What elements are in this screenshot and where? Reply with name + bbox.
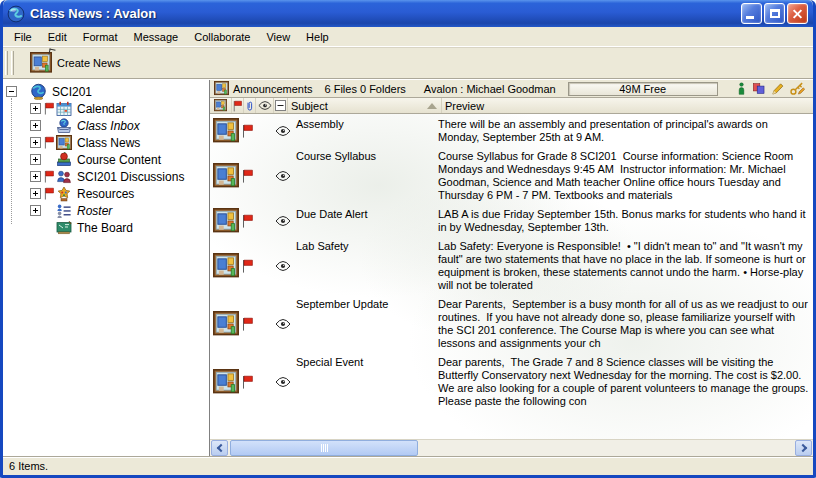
title-bar[interactable]: Class News : Avalon	[3, 0, 813, 27]
eye-column-icon	[258, 101, 272, 110]
preview-column-label: Preview	[445, 100, 484, 112]
eye-icon	[275, 216, 291, 226]
sort-ascending-icon	[427, 103, 437, 109]
free-space-gauge: 49M Free	[568, 82, 718, 96]
flag-icon	[242, 214, 253, 228]
collapse-icon	[275, 100, 286, 111]
tree-item-label: SCI201 Discussions	[75, 170, 186, 184]
create-news-label: Create News	[57, 57, 121, 69]
close-button[interactable]	[787, 3, 808, 24]
key-pencil-icon	[790, 82, 805, 95]
maximize-button[interactable]	[764, 3, 785, 24]
message-row-assembly[interactable]: Assembly There will be an assembly and p…	[210, 117, 813, 144]
tree-item-label: Roster	[75, 204, 114, 218]
message-row-due-date-alert[interactable]: Due Date Alert LAB A is due Friday Septe…	[210, 207, 813, 234]
collapse-expander-icon[interactable]	[6, 86, 17, 97]
menu-format[interactable]: Format	[75, 29, 126, 45]
create-news-icon	[30, 52, 52, 74]
app-window: Class News : Avalon File Edit Format Mes…	[0, 0, 816, 478]
flag-icon	[242, 259, 253, 273]
news-icon	[56, 135, 72, 151]
sci201-globe-icon	[30, 83, 47, 100]
calendar-icon	[56, 101, 72, 117]
eye-icon	[275, 126, 291, 136]
inbox-icon	[56, 118, 72, 134]
message-row-september-update[interactable]: September Update Dear Parents, September…	[210, 297, 813, 350]
tree-item-label: Resources	[75, 187, 136, 201]
tree-item-sci201[interactable]: SCI201	[3, 83, 209, 100]
tree-item-label: Class News	[75, 136, 142, 150]
column-preview[interactable]: Preview	[442, 98, 813, 113]
expand-icon[interactable]	[30, 205, 41, 216]
tree-item-roster[interactable]: Roster	[3, 202, 209, 219]
news-item-icon	[213, 118, 239, 144]
toolbar-grip-2[interactable]	[11, 51, 14, 75]
tree-item-discussions[interactable]: SCI201 Discussions	[3, 168, 209, 185]
scrollbar-thumb[interactable]	[230, 440, 418, 456]
message-preview: Dear Parents, September is a busy month …	[438, 297, 813, 350]
flag-icon	[242, 169, 253, 183]
flag-icon	[44, 136, 54, 149]
tree-item-class-news[interactable]: Class News	[3, 134, 209, 151]
message-preview: There will be an assembly and presentati…	[438, 117, 813, 144]
message-preview: Dear parents, The Grade 7 and 8 Science …	[438, 355, 813, 408]
menu-edit[interactable]: Edit	[40, 29, 75, 45]
toolbar: Create News	[3, 47, 813, 78]
person-permission-icon	[737, 82, 746, 95]
eye-icon	[275, 377, 291, 387]
flag-icon	[242, 375, 253, 389]
menu-collaborate[interactable]: Collaborate	[186, 29, 258, 45]
column-subject[interactable]: Subject	[288, 98, 442, 113]
message-subject: Lab Safety	[296, 239, 438, 292]
tree-item-the-board[interactable]: The Board	[3, 219, 209, 236]
scroll-left-button[interactable]	[211, 440, 228, 456]
flag-icon	[242, 317, 253, 331]
flag-icon	[44, 187, 54, 200]
collapse-all-button[interactable]	[274, 98, 288, 113]
create-news-button[interactable]: Create News	[23, 49, 128, 77]
flag-icon	[242, 124, 253, 138]
message-panel: Announcements 6 Files 0 Folders Avalon :…	[210, 80, 813, 456]
column-flag[interactable]	[232, 98, 244, 113]
column-attachment[interactable]	[244, 98, 256, 113]
tree-item-course-content[interactable]: Course Content	[3, 151, 209, 168]
message-subject: Assembly	[296, 117, 438, 144]
conference-tree: SCI201 Calendar Class Inbox Class News	[3, 80, 210, 456]
file-folder-counts: 6 Files 0 Folders	[325, 83, 406, 95]
tree-item-class-inbox[interactable]: Class Inbox	[3, 117, 209, 134]
tree-item-calendar[interactable]: Calendar	[3, 100, 209, 117]
board-icon	[56, 220, 72, 236]
expand-icon[interactable]	[30, 154, 41, 165]
toolbar-grip[interactable]	[5, 51, 8, 75]
roster-icon	[56, 203, 72, 219]
expand-icon[interactable]	[30, 103, 41, 114]
expand-icon[interactable]	[30, 188, 41, 199]
minimize-button[interactable]	[741, 3, 762, 24]
tree-item-label: SCI201	[50, 85, 94, 99]
horizontal-scrollbar[interactable]	[210, 439, 813, 456]
subject-column-label: Subject	[291, 100, 328, 112]
menu-help[interactable]: Help	[298, 29, 337, 45]
tree-item-resources[interactable]: Resources	[3, 185, 209, 202]
server-user-label: Avalon : Michael Goodman	[424, 83, 556, 95]
menu-view[interactable]: View	[258, 29, 298, 45]
news-item-icon	[213, 311, 239, 337]
panel-info-bar: Announcements 6 Files 0 Folders Avalon :…	[210, 80, 813, 98]
message-row-course-syllabus[interactable]: Course Syllabus Course Syllabus for Grad…	[210, 149, 813, 202]
expand-icon[interactable]	[30, 137, 41, 148]
item-count-text: 6 Items.	[9, 460, 48, 472]
menu-file[interactable]: File	[6, 29, 40, 45]
scroll-right-button[interactable]	[795, 440, 812, 456]
message-subject: Course Syllabus	[296, 149, 438, 202]
news-item-icon	[213, 208, 239, 234]
message-preview: Course Syllabus for Grade 8 SCI201 Cours…	[438, 149, 813, 202]
eye-icon	[275, 319, 291, 329]
column-viewed[interactable]	[256, 98, 274, 113]
expand-icon[interactable]	[30, 171, 41, 182]
column-item-icon[interactable]	[210, 98, 232, 113]
message-row-lab-safety[interactable]: Lab Safety Lab Safety: Everyone is Respo…	[210, 239, 813, 292]
menu-bar: File Edit Format Message Collaborate Vie…	[3, 27, 813, 47]
message-row-special-event[interactable]: Special Event Dear parents, The Grade 7 …	[210, 355, 813, 408]
menu-message[interactable]: Message	[126, 29, 187, 45]
expand-icon[interactable]	[30, 120, 41, 131]
